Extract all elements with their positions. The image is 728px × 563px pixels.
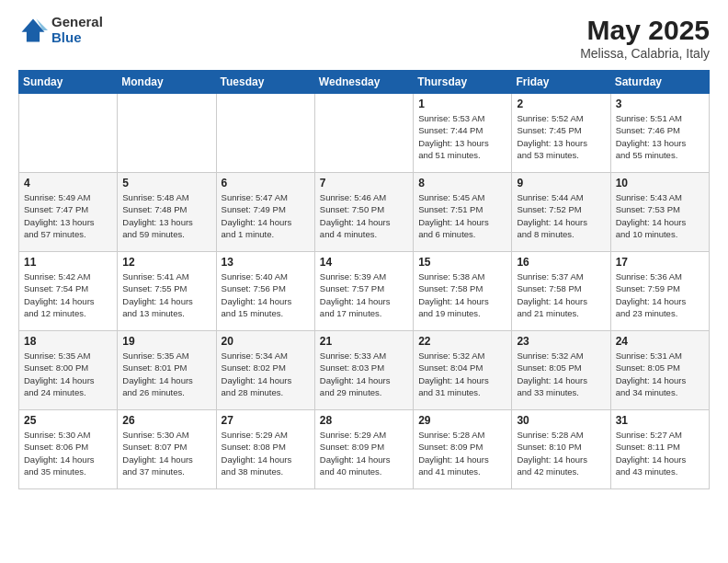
calendar-cell-w5-d1: 25Sunrise: 5:30 AMSunset: 8:06 PMDayligh… bbox=[19, 410, 118, 489]
header: General Blue May 2025 Melissa, Calabria,… bbox=[18, 15, 710, 61]
day-number: 30 bbox=[517, 414, 605, 427]
day-info: Sunrise: 5:32 AMSunset: 8:04 PMDaylight:… bbox=[418, 350, 506, 398]
day-number: 31 bbox=[616, 414, 704, 427]
day-number: 21 bbox=[320, 335, 408, 348]
svg-marker-0 bbox=[22, 18, 45, 41]
day-info: Sunrise: 5:51 AMSunset: 7:46 PMDaylight:… bbox=[616, 112, 704, 161]
day-info: Sunrise: 5:33 AMSunset: 8:03 PMDaylight:… bbox=[320, 350, 408, 398]
day-number: 24 bbox=[616, 335, 704, 348]
day-number: 27 bbox=[222, 414, 310, 427]
day-number: 20 bbox=[222, 335, 310, 348]
day-number: 25 bbox=[24, 414, 112, 427]
calendar-cell-w5-d3: 27Sunrise: 5:29 AMSunset: 8:08 PMDayligh… bbox=[216, 410, 314, 489]
calendar-week-1: 1Sunrise: 5:53 AMSunset: 7:44 PMDaylight… bbox=[19, 94, 710, 173]
calendar-cell-w5-d5: 29Sunrise: 5:28 AMSunset: 8:09 PMDayligh… bbox=[414, 410, 512, 489]
day-info: Sunrise: 5:28 AMSunset: 8:10 PMDaylight:… bbox=[517, 429, 605, 477]
calendar-week-4: 18Sunrise: 5:35 AMSunset: 8:00 PMDayligh… bbox=[19, 331, 710, 410]
calendar-cell-w2-d2: 5Sunrise: 5:48 AMSunset: 7:48 PMDaylight… bbox=[118, 173, 216, 252]
calendar-cell-w1-d5: 1Sunrise: 5:53 AMSunset: 7:44 PMDaylight… bbox=[414, 94, 512, 173]
day-info: Sunrise: 5:30 AMSunset: 8:07 PMDaylight:… bbox=[122, 429, 210, 477]
logo-icon bbox=[18, 16, 48, 45]
calendar-week-3: 11Sunrise: 5:42 AMSunset: 7:54 PMDayligh… bbox=[19, 252, 710, 331]
calendar-cell-w5-d2: 26Sunrise: 5:30 AMSunset: 8:07 PMDayligh… bbox=[118, 410, 216, 489]
day-number: 9 bbox=[517, 177, 605, 190]
calendar-cell-w1-d3 bbox=[216, 94, 314, 173]
day-info: Sunrise: 5:36 AMSunset: 7:59 PMDaylight:… bbox=[616, 270, 704, 319]
day-info: Sunrise: 5:43 AMSunset: 7:53 PMDaylight:… bbox=[616, 191, 704, 240]
calendar-cell-w4-d4: 21Sunrise: 5:33 AMSunset: 8:03 PMDayligh… bbox=[314, 331, 413, 410]
day-info: Sunrise: 5:31 AMSunset: 8:05 PMDaylight:… bbox=[616, 350, 704, 398]
calendar-cell-w1-d6: 2Sunrise: 5:52 AMSunset: 7:45 PMDaylight… bbox=[512, 94, 610, 173]
day-info: Sunrise: 5:42 AMSunset: 7:54 PMDaylight:… bbox=[24, 270, 112, 319]
day-number: 10 bbox=[616, 177, 704, 190]
day-number: 28 bbox=[320, 414, 408, 427]
calendar-location: Melissa, Calabria, Italy bbox=[580, 46, 710, 61]
calendar-cell-w3-d2: 12Sunrise: 5:41 AMSunset: 7:55 PMDayligh… bbox=[118, 252, 216, 331]
col-tuesday: Tuesday bbox=[216, 71, 314, 94]
calendar-cell-w4-d7: 24Sunrise: 5:31 AMSunset: 8:05 PMDayligh… bbox=[610, 331, 709, 410]
calendar-cell-w3-d5: 15Sunrise: 5:38 AMSunset: 7:58 PMDayligh… bbox=[414, 252, 512, 331]
calendar-week-2: 4Sunrise: 5:49 AMSunset: 7:47 PMDaylight… bbox=[19, 173, 710, 252]
calendar-cell-w4-d1: 18Sunrise: 5:35 AMSunset: 8:00 PMDayligh… bbox=[19, 331, 118, 410]
day-number: 2 bbox=[517, 98, 605, 110]
calendar-cell-w2-d3: 6Sunrise: 5:47 AMSunset: 7:49 PMDaylight… bbox=[216, 173, 314, 252]
calendar-cell-w3-d1: 11Sunrise: 5:42 AMSunset: 7:54 PMDayligh… bbox=[19, 252, 118, 331]
day-info: Sunrise: 5:44 AMSunset: 7:52 PMDaylight:… bbox=[517, 191, 605, 240]
day-number: 23 bbox=[517, 335, 605, 348]
calendar-cell-w3-d7: 17Sunrise: 5:36 AMSunset: 7:59 PMDayligh… bbox=[610, 252, 709, 331]
day-info: Sunrise: 5:48 AMSunset: 7:48 PMDaylight:… bbox=[122, 191, 210, 240]
day-number: 7 bbox=[320, 177, 408, 190]
col-monday: Monday bbox=[118, 71, 216, 94]
calendar-cell-w2-d4: 7Sunrise: 5:46 AMSunset: 7:50 PMDaylight… bbox=[314, 173, 413, 252]
day-info: Sunrise: 5:41 AMSunset: 7:55 PMDaylight:… bbox=[122, 270, 210, 319]
day-info: Sunrise: 5:29 AMSunset: 8:08 PMDaylight:… bbox=[222, 429, 310, 477]
day-number: 1 bbox=[418, 98, 506, 110]
day-info: Sunrise: 5:53 AMSunset: 7:44 PMDaylight:… bbox=[418, 112, 506, 161]
day-number: 15 bbox=[418, 256, 506, 269]
calendar-cell-w4-d3: 20Sunrise: 5:34 AMSunset: 8:02 PMDayligh… bbox=[216, 331, 314, 410]
day-info: Sunrise: 5:34 AMSunset: 8:02 PMDaylight:… bbox=[222, 350, 310, 398]
calendar-cell-w1-d2 bbox=[118, 94, 216, 173]
day-info: Sunrise: 5:37 AMSunset: 7:58 PMDaylight:… bbox=[517, 270, 605, 319]
title-block: May 2025 Melissa, Calabria, Italy bbox=[580, 15, 710, 61]
calendar-cell-w2-d7: 10Sunrise: 5:43 AMSunset: 7:53 PMDayligh… bbox=[610, 173, 709, 252]
day-number: 19 bbox=[122, 335, 210, 348]
calendar-header-row: Sunday Monday Tuesday Wednesday Thursday… bbox=[19, 71, 710, 94]
day-info: Sunrise: 5:28 AMSunset: 8:09 PMDaylight:… bbox=[418, 429, 506, 477]
day-info: Sunrise: 5:30 AMSunset: 8:06 PMDaylight:… bbox=[24, 429, 112, 477]
calendar-cell-w4-d2: 19Sunrise: 5:35 AMSunset: 8:01 PMDayligh… bbox=[118, 331, 216, 410]
col-sunday: Sunday bbox=[19, 71, 118, 94]
day-info: Sunrise: 5:39 AMSunset: 7:57 PMDaylight:… bbox=[320, 270, 408, 319]
day-number: 16 bbox=[517, 256, 605, 269]
calendar-cell-w2-d5: 8Sunrise: 5:45 AMSunset: 7:51 PMDaylight… bbox=[414, 173, 512, 252]
calendar-cell-w2-d6: 9Sunrise: 5:44 AMSunset: 7:52 PMDaylight… bbox=[512, 173, 610, 252]
day-info: Sunrise: 5:29 AMSunset: 8:09 PMDaylight:… bbox=[320, 429, 408, 477]
day-info: Sunrise: 5:35 AMSunset: 8:00 PMDaylight:… bbox=[24, 350, 112, 398]
day-number: 6 bbox=[222, 177, 310, 190]
day-number: 5 bbox=[122, 177, 210, 190]
logo: General Blue bbox=[18, 15, 103, 45]
page: General Blue May 2025 Melissa, Calabria,… bbox=[0, 0, 728, 504]
day-number: 3 bbox=[616, 98, 704, 110]
day-number: 26 bbox=[122, 414, 210, 427]
logo-text: General Blue bbox=[51, 15, 103, 45]
calendar-table: Sunday Monday Tuesday Wednesday Thursday… bbox=[18, 70, 710, 489]
day-number: 12 bbox=[122, 256, 210, 269]
calendar-cell-w3-d4: 14Sunrise: 5:39 AMSunset: 7:57 PMDayligh… bbox=[314, 252, 413, 331]
day-info: Sunrise: 5:35 AMSunset: 8:01 PMDaylight:… bbox=[122, 350, 210, 398]
calendar-title: May 2025 bbox=[580, 15, 710, 46]
day-info: Sunrise: 5:40 AMSunset: 7:56 PMDaylight:… bbox=[222, 270, 310, 319]
logo-general-text: General bbox=[51, 15, 103, 30]
day-info: Sunrise: 5:45 AMSunset: 7:51 PMDaylight:… bbox=[418, 191, 506, 240]
calendar-cell-w1-d1 bbox=[19, 94, 118, 173]
day-number: 18 bbox=[24, 335, 112, 348]
day-number: 8 bbox=[418, 177, 506, 190]
day-number: 29 bbox=[418, 414, 506, 427]
calendar-cell-w5-d4: 28Sunrise: 5:29 AMSunset: 8:09 PMDayligh… bbox=[314, 410, 413, 489]
calendar-cell-w4-d5: 22Sunrise: 5:32 AMSunset: 8:04 PMDayligh… bbox=[414, 331, 512, 410]
day-info: Sunrise: 5:32 AMSunset: 8:05 PMDaylight:… bbox=[517, 350, 605, 398]
calendar-cell-w3-d3: 13Sunrise: 5:40 AMSunset: 7:56 PMDayligh… bbox=[216, 252, 314, 331]
col-saturday: Saturday bbox=[610, 71, 709, 94]
day-info: Sunrise: 5:38 AMSunset: 7:58 PMDaylight:… bbox=[418, 270, 506, 319]
col-friday: Friday bbox=[512, 71, 610, 94]
